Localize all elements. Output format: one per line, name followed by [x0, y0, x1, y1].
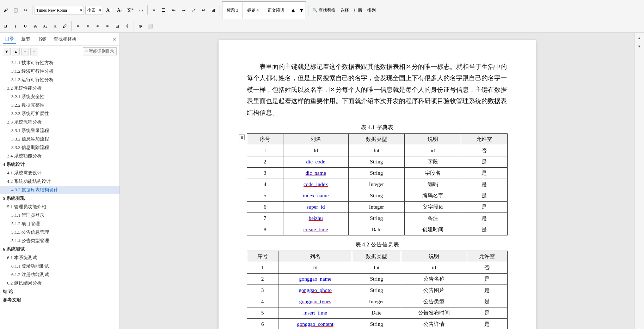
sidebar-tab-chapter[interactable]: 章节	[19, 35, 32, 44]
align-right-btn[interactable]: ≡	[93, 22, 102, 30]
arrange-btn[interactable]: 排列	[366, 6, 378, 14]
toc-item[interactable]: 5.1.1 管理员登录	[0, 211, 119, 220]
align-center-btn[interactable]: ≡	[84, 22, 92, 30]
ordered-list-btn[interactable]: ≡	[150, 6, 158, 14]
toc-up-btn[interactable]: ▲	[12, 48, 20, 55]
sep5	[71, 21, 72, 31]
superscript-btn[interactable]: X2	[41, 22, 49, 30]
italic-btn[interactable]: I	[11, 22, 20, 30]
increase-font-btn[interactable]: A+	[104, 6, 114, 14]
toc-item[interactable]: 3.3.3 信息删除流程	[0, 143, 119, 152]
toc-item[interactable]: 4 系统设计	[0, 160, 119, 169]
toc-item[interactable]: 参考文献	[0, 296, 119, 304]
table2-header-2: 数据类型	[352, 251, 401, 262]
style-tab-normal[interactable]: 正文缩进	[263, 2, 289, 19]
font-selector[interactable]: Times New Roma ▾	[35, 6, 84, 14]
table-cell: 6	[247, 201, 283, 213]
border-btn[interactable]: ⬜	[146, 22, 155, 30]
sidebar-tab-toc[interactable]: 目录	[3, 34, 16, 44]
right-scroll-up[interactable]: ▲	[636, 34, 643, 41]
sidebar-tab-bookmark[interactable]: 书签	[35, 35, 49, 44]
toc-item[interactable]: 5.1.3 公告信息管理	[0, 228, 119, 237]
align-btn[interactable]: ⇌	[189, 6, 198, 14]
underline-btn[interactable]: U	[21, 22, 30, 30]
toc-remove-btn[interactable]: −	[30, 48, 38, 55]
style-tab-up[interactable]: ▲	[289, 7, 298, 13]
toc-expand-btn[interactable]: ▼	[3, 48, 11, 55]
table2: 序号 列名 数据类型 说明 允许空 1IdIntid否2gonggao_name…	[247, 251, 508, 329]
toc-item[interactable]: 3.2.3 系统可扩展性	[0, 109, 119, 118]
toc-item[interactable]: 6.1.1 登录功能测试	[0, 262, 119, 270]
toc-item[interactable]: 3.1.2 经济可行性分析	[0, 67, 119, 76]
table-cell: String	[348, 156, 405, 167]
indent-left-btn[interactable]: ⇤	[170, 6, 178, 14]
table-cell: 是	[461, 179, 507, 190]
table-anchor-1[interactable]: ⊞	[239, 134, 245, 140]
toc-item[interactable]: 4.2 系统功能结构设计	[0, 177, 119, 186]
phonetic-btn[interactable]: 文ᴬ	[125, 6, 135, 14]
table2-header-4: 允许空	[467, 251, 507, 262]
style-tab-3[interactable]: 标题 3	[222, 2, 243, 19]
decrease-font-btn[interactable]: A-	[115, 6, 124, 14]
toc-item[interactable]: 6.2 测试结果分析	[0, 279, 119, 287]
toc-add-btn[interactable]: +	[21, 48, 29, 55]
toc-item[interactable]: 3.3.2 信息添加流程	[0, 135, 119, 143]
style-tabs: 标题 3 标题 4 正文缩进 ▲ ▼	[222, 1, 306, 19]
unordered-list-btn[interactable]: ☰	[160, 6, 168, 14]
smart-toc-btn[interactable]: ○ 智能识别目录	[83, 47, 117, 55]
columns-btn[interactable]: ⊞	[209, 6, 217, 14]
sidebar-close-btn[interactable]: ✕	[112, 36, 117, 42]
table-cell: 1	[247, 262, 278, 273]
table1-header-0: 序号	[247, 133, 283, 145]
font-size-selector[interactable]: 小四 ▾	[85, 6, 103, 14]
style-tab-4[interactable]: 标题 4	[243, 2, 263, 19]
table-cell: String	[352, 318, 401, 329]
strikethrough-btn[interactable]: A	[31, 22, 39, 30]
toc-item[interactable]: 5.1.4 公告类型管理	[0, 237, 119, 245]
toc-item[interactable]: 3.1.1 技术可行性方析	[0, 59, 119, 67]
indent-right-btn[interactable]: ⇥	[179, 6, 188, 14]
toc-item[interactable]: 3.3 系统流程分析	[0, 118, 119, 126]
align-justify-btn[interactable]: ≡	[103, 22, 112, 30]
align-left-btn[interactable]: ≡	[74, 22, 82, 30]
sidebar-tab-search[interactable]: 查找和替换	[51, 35, 79, 44]
bold-btn[interactable]: B	[1, 22, 10, 30]
toc-item[interactable]: 3.3.1 系统登录流程	[0, 126, 119, 135]
toc-item[interactable]: 3.2 系统性能分析	[0, 84, 119, 92]
cut-btn[interactable]: ✂	[22, 6, 30, 14]
toc-item[interactable]: 6 系统测试	[0, 245, 119, 253]
select-btn[interactable]: 选择	[339, 6, 351, 14]
toc-item[interactable]: 6.1 本系统测试	[0, 253, 119, 262]
toc-item[interactable]: 5 系统实现	[0, 194, 119, 203]
toc-item[interactable]: 5.1.2 项目管理	[0, 220, 119, 228]
spacing-btn[interactable]: ⇕	[123, 22, 131, 30]
toc-item[interactable]: 5.1 管理员功能介绍	[0, 203, 119, 211]
clear-format-btn[interactable]: ◌	[137, 6, 145, 14]
font-size: 小四	[87, 7, 96, 13]
style-tab-down[interactable]: ▼	[298, 7, 306, 13]
search-replace-btn[interactable]: 🔍 查找替换	[311, 6, 337, 14]
toc-item[interactable]: 6.1.2 注册功能测试	[0, 270, 119, 279]
typeset-btn[interactable]: 排版	[352, 6, 364, 14]
font-color-btn[interactable]: A	[51, 22, 59, 30]
sep6	[134, 21, 134, 31]
doc-area[interactable]: 表里面的主键就是标记着这个数据表跟其他数据表相区分的唯一标志。就相当于生活中的每…	[120, 33, 634, 329]
table2-header-0: 序号	[247, 251, 278, 262]
format-brush-btn[interactable]: 🖌	[1, 6, 10, 14]
toc-item[interactable]: 4.3.2 数据库表结构设计	[0, 186, 119, 194]
insert-btn[interactable]: ⊕	[136, 22, 145, 30]
toc-item[interactable]: 结 论	[0, 287, 119, 296]
table2-header-3: 说明	[401, 251, 467, 262]
highlight-btn[interactable]: 🖊	[61, 22, 69, 30]
toc-item[interactable]: 3.2.1 系统安全性	[0, 92, 119, 101]
toc-item[interactable]: 3.4 系统功能分析	[0, 152, 119, 160]
table-cell: 是	[461, 201, 507, 213]
undo-btn[interactable]: ↩	[199, 6, 208, 14]
toc-item[interactable]: 3.1.3 运行可行性分析	[0, 76, 119, 84]
table-cell: String	[352, 285, 401, 296]
paste-btn[interactable]: 📋	[11, 6, 20, 14]
col-btn[interactable]: ⊟	[113, 22, 122, 30]
toc-item[interactable]: 4.1 系统需要设计	[0, 169, 119, 177]
right-scroll-down[interactable]: ▼	[636, 43, 643, 50]
toc-item[interactable]: 3.2.2 数据完整性	[0, 101, 119, 109]
